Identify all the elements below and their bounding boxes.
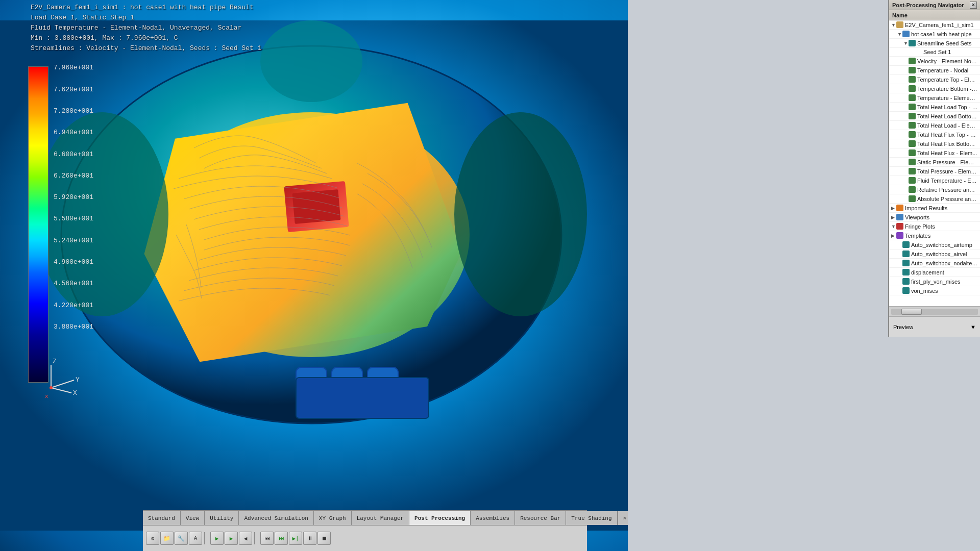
tree-item[interactable]: ▼ hot case1 with heat pipe (889, 30, 980, 39)
tree-item[interactable]: Temperature Bottom - El... (889, 84, 980, 93)
tree-item[interactable]: von_mises (889, 286, 980, 295)
tree-indent (897, 77, 903, 83)
tree-item[interactable]: Total Pressure - Element... (889, 167, 980, 176)
tree-item-icon (909, 168, 916, 174)
tree-item[interactable]: ▶ Viewports (889, 213, 980, 222)
toolbar-btn-step[interactable]: ▶| (289, 532, 302, 545)
legend-label-1: 7.620e+001 (54, 86, 93, 93)
tree-item-label: Temperature - Elemental (917, 95, 978, 101)
tree-item[interactable]: ▶ Templates (889, 231, 980, 240)
toolbar-btn-pause[interactable]: ⏸ (303, 532, 316, 545)
tree-item-icon (909, 94, 916, 101)
toolbar-btn-2[interactable]: 📁 (160, 532, 174, 545)
tree-indent (897, 49, 903, 55)
tree-indent (891, 178, 897, 184)
tree-item[interactable]: Total Heat Flux Bottom ... (889, 139, 980, 148)
tab-close[interactable]: × (618, 511, 628, 525)
nav-close-button[interactable]: × (970, 2, 977, 9)
tree-item-label: Total Pressure - Element... (917, 168, 978, 174)
tree-item[interactable]: Absolute Pressure and ... (889, 194, 980, 204)
tree-arrow: ▼ (903, 41, 909, 46)
tree-item-label: Streamline Seed Sets (917, 40, 971, 46)
tree-indent (897, 150, 903, 156)
nav-scrollbar-thumb[interactable] (901, 309, 922, 315)
tree-item[interactable]: ▼ E2V_Camera_fem1_i_sim1 (889, 20, 980, 30)
tree-item[interactable]: Total Heat Load Top - El... (889, 103, 980, 112)
tree-item[interactable]: Velocity - Element-Nodal (889, 57, 980, 66)
tree-item[interactable]: ▼ Streamline Seed Sets (889, 39, 980, 48)
tree-item[interactable]: Fluid Temperature - Ele... (889, 176, 980, 185)
legend-label-5: 6.260e+001 (54, 172, 93, 180)
toolbar-btn-play2[interactable]: ▶ (225, 532, 238, 545)
tab-standard[interactable]: Standard (143, 511, 181, 525)
main-viewport: Y Z X x 7.960e+001 7.620e+001 7.280e+001… (0, 0, 628, 551)
tree-item[interactable]: Temperature - Nodal (889, 66, 980, 75)
tab-xy-graph[interactable]: XY Graph (314, 511, 352, 525)
tab-view[interactable]: View (181, 511, 205, 525)
tab-post-processing[interactable]: Post Processing (409, 511, 471, 525)
tree-item[interactable]: Static Pressure - Elemen... (889, 158, 980, 167)
tree-item-icon (909, 177, 916, 184)
tree-item-label: Auto_switchbox_nodaltemp (911, 260, 978, 266)
toolbar-tabs: Standard View Utility Advanced Simulatio… (143, 511, 587, 525)
tree-item[interactable]: ▼ Fringe Plots (889, 222, 980, 231)
tab-utility[interactable]: Utility (205, 511, 239, 525)
tree-item-icon (909, 149, 916, 156)
tree-item[interactable]: Temperature Top - Elem... (889, 75, 980, 84)
tree-arrow (897, 288, 902, 293)
bottom-toolbar: Standard View Utility Advanced Simulatio… (143, 510, 587, 551)
toolbar-btn-fwd[interactable]: ⏭ (275, 532, 288, 545)
tree-item-label: Auto_switchbox_airtemp (911, 242, 972, 248)
tab-true-shading[interactable]: True Shading (566, 511, 617, 525)
tree-arrow (903, 95, 909, 101)
nav-scrollbar-track[interactable] (891, 309, 978, 315)
tab-assemblies[interactable]: Assemblies (471, 511, 515, 525)
tree-indent (897, 159, 903, 165)
toolbar-btn-play[interactable]: ▶ (210, 532, 224, 545)
tree-item[interactable]: Auto_switchbox_nodaltemp (889, 259, 980, 268)
nav-preview-bar: Preview ▼ (889, 316, 980, 337)
tab-layout-manager[interactable]: Layout Manager (352, 511, 409, 525)
tree-item-icon (909, 122, 916, 129)
tree-arrow (903, 105, 909, 110)
tree-indent (897, 58, 903, 64)
tree-indent (891, 113, 897, 119)
toolbar-btn-4[interactable]: A (189, 532, 202, 545)
tree-item-label: Fluid Temperature - Ele... (917, 178, 978, 184)
tree-item[interactable]: ▶ Imported Results (889, 204, 980, 213)
tree-item-label: Temperature Top - Elem... (917, 77, 978, 83)
tree-item-label: hot case1 with heat pipe (911, 31, 972, 37)
tree-arrow (903, 59, 909, 64)
nav-preview-arrow[interactable]: ▼ (970, 324, 976, 330)
tree-item-icon (909, 186, 916, 193)
tree-item[interactable]: Total Heat Flux - Elem... (889, 148, 980, 158)
tab-advanced-simulation[interactable]: Advanced Simulation (239, 511, 313, 525)
tree-item[interactable]: Auto_switchbox_airvel (889, 249, 980, 259)
tree-item[interactable]: Relative Pressure and S... (889, 185, 980, 194)
legend-label-11: 4.220e+001 (54, 302, 93, 309)
tree-item[interactable]: first_ply_von_mises (889, 277, 980, 286)
nav-tree[interactable]: ▼ E2V_Camera_fem1_i_sim1 ▼ hot case1 wit… (889, 20, 980, 306)
toolbar-btn-back[interactable]: ◀ (239, 532, 252, 545)
toolbar-btn-stop[interactable]: ⏹ (317, 532, 331, 545)
nav-preview-label: Preview (893, 324, 913, 330)
toolbar-buttons: ⚙ 📁 🔧 A ▶ ▶ ◀ ⏮ ⏭ ▶| ⏸ ⏹ (143, 525, 587, 551)
toolbar-btn-3[interactable]: 🔧 (175, 532, 188, 545)
tree-item[interactable]: Total Heat Load Bottom ... (889, 112, 980, 121)
tree-item[interactable]: displacement (889, 268, 980, 277)
toolbar-btn-1[interactable]: ⚙ (146, 532, 159, 545)
tree-indent (897, 104, 903, 110)
tree-arrow: ▼ (897, 32, 902, 37)
legend-label-0: 7.960e+001 (54, 64, 93, 71)
tree-item[interactable]: Temperature - Elemental (889, 93, 980, 103)
toolbar-btn-prev[interactable]: ⏮ (260, 532, 274, 545)
tree-item[interactable]: Total Heat Flux Top - Ele... (889, 130, 980, 139)
tree-item[interactable]: Total Heat Load - Eleme... (889, 121, 980, 130)
tree-indent (891, 86, 897, 92)
tree-arrow (903, 141, 909, 146)
tree-item[interactable]: Seed Set 1 (889, 48, 980, 57)
tree-item-label: Seed Set 1 (923, 49, 951, 55)
tree-arrow (903, 187, 909, 192)
tab-resource-bar[interactable]: Resource Bar (515, 511, 566, 525)
tree-item[interactable]: Auto_switchbox_airtemp (889, 240, 980, 249)
